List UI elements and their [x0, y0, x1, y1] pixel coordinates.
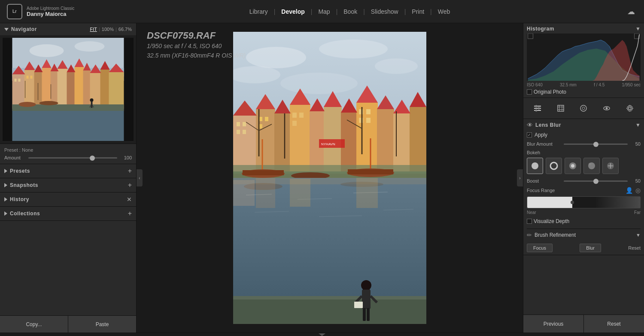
- lens-blur-header[interactable]: 👁 Lens Blur ▼: [527, 122, 641, 128]
- svg-rect-71: [237, 122, 240, 126]
- svg-rect-117: [233, 298, 426, 324]
- svg-rect-74: [243, 130, 246, 134]
- amount-slider[interactable]: [28, 157, 117, 159]
- focus-button[interactable]: Focus: [527, 244, 553, 252]
- svg-point-45: [319, 40, 388, 58]
- bokeh-circle[interactable]: [527, 158, 543, 174]
- svg-point-147: [606, 107, 608, 110]
- lens-blur-chevron[interactable]: ▼: [635, 122, 641, 128]
- app-logo: Lr: [7, 4, 22, 19]
- svg-rect-133: [534, 106, 541, 107]
- original-photo-label: Original Photo: [534, 89, 566, 95]
- nav-develop[interactable]: Develop: [277, 6, 309, 17]
- boost-slider[interactable]: [564, 180, 628, 182]
- svg-rect-82: [366, 109, 371, 114]
- bokeh-soft[interactable]: [565, 158, 581, 174]
- main-image-container: NYHAVN: [137, 23, 523, 333]
- app-branding: Lr Adobe Lightroom Classic Danny Maiorca: [7, 4, 74, 19]
- bokeh-cateye[interactable]: [583, 158, 600, 174]
- presets-header[interactable]: Presets +: [0, 164, 136, 178]
- collections-section: Collections +: [0, 207, 136, 221]
- lens-blur-title: Lens Blur: [535, 122, 561, 128]
- hist-focal: 32.5 mm: [560, 82, 577, 87]
- svg-rect-100: [348, 169, 393, 174]
- hist-aperture: f / 4.5: [594, 82, 605, 87]
- presets-add-icon[interactable]: +: [128, 167, 132, 175]
- nav-map[interactable]: Map: [314, 6, 334, 17]
- apply-row: ✓ Apply: [527, 132, 641, 138]
- svg-rect-72: [243, 122, 246, 126]
- blur-amount-slider[interactable]: [564, 144, 628, 145]
- boost-label: Boost: [527, 178, 561, 183]
- paste-button[interactable]: Paste: [68, 316, 136, 333]
- histogram-chevron[interactable]: ▼: [635, 26, 641, 32]
- app-name: Adobe Lightroom Classic: [27, 6, 74, 11]
- apply-label: Apply: [535, 132, 547, 138]
- nav-web[interactable]: Web: [434, 6, 455, 17]
- collections-header[interactable]: Collections +: [0, 207, 136, 220]
- zoom-fit[interactable]: FIT: [90, 27, 97, 32]
- blur-amount-value: 50: [630, 141, 641, 147]
- histogram-canvas: [527, 34, 641, 81]
- collections-add-icon[interactable]: +: [128, 210, 132, 217]
- bokeh-shapes: [527, 158, 641, 174]
- svg-point-154: [589, 163, 591, 165]
- zoom-66[interactable]: 66.7%: [118, 27, 132, 32]
- left-panel-bottom-buttons: Copy... Paste: [0, 315, 136, 333]
- nav-book[interactable]: Book: [339, 6, 361, 17]
- apply-checkbox[interactable]: ✓: [527, 132, 532, 137]
- copy-button[interactable]: Copy...: [0, 316, 68, 333]
- svg-point-2: [30, 44, 64, 57]
- original-photo-checkbox[interactable]: [527, 89, 532, 95]
- right-panel-toggle[interactable]: ›: [517, 169, 523, 186]
- hist-shutter: 1/950 sec: [622, 82, 641, 87]
- original-photo-row: Original Photo: [527, 89, 641, 95]
- lens-blur-eye-icon[interactable]: 👁: [527, 122, 533, 128]
- settings-tool-button[interactable]: [623, 101, 637, 115]
- left-panel-toggle[interactable]: ‹: [137, 169, 143, 186]
- previous-button[interactable]: Previous: [523, 315, 584, 333]
- crop-tool-button[interactable]: [554, 101, 568, 115]
- snapshots-add-icon[interactable]: +: [128, 181, 132, 189]
- svg-point-138: [535, 110, 537, 112]
- focus-range-dot: [571, 201, 574, 204]
- navigator-header[interactable]: Navigator FIT | 100% | 66.7%: [0, 23, 136, 35]
- amount-slider-thumb: [90, 156, 95, 161]
- redeye-tool-button[interactable]: [600, 101, 614, 115]
- blur-amount-label: Blur Amount: [527, 141, 561, 147]
- right-panel-bottom: Previous Reset: [523, 315, 644, 333]
- svg-rect-116: [356, 178, 378, 208]
- cloud-icon[interactable]: ☁: [625, 7, 637, 16]
- focus-range-bar[interactable]: [527, 196, 641, 208]
- history-clear-icon[interactable]: ✕: [127, 196, 132, 203]
- bottom-strip: [0, 333, 644, 336]
- zoom-100[interactable]: 100%: [102, 27, 114, 32]
- nav-print[interactable]: Print: [407, 6, 428, 17]
- svg-rect-29: [18, 79, 21, 82]
- heal-tool-button[interactable]: [577, 101, 590, 115]
- focus-range-target-icon[interactable]: ◎: [635, 187, 641, 194]
- top-nav-right: ☁: [625, 7, 637, 16]
- svg-rect-124: [354, 302, 363, 308]
- bokeh-custom[interactable]: [602, 158, 619, 174]
- reset-refinement-button[interactable]: Reset: [628, 245, 641, 250]
- adjustments-tool-button[interactable]: [531, 101, 544, 115]
- blur-button[interactable]: Blur: [580, 244, 601, 252]
- lens-blur-section: 👁 Lens Blur ▼ ✓ Apply Blur Amount 50 Bok…: [523, 119, 644, 255]
- reset-button[interactable]: Reset: [584, 315, 644, 333]
- nav-slideshow[interactable]: Slideshow: [367, 6, 403, 17]
- svg-rect-11: [75, 67, 84, 109]
- focus-near-far: Near Far: [527, 210, 641, 215]
- presets-expand-icon: [4, 169, 7, 173]
- svg-rect-139: [558, 105, 564, 111]
- svg-rect-78: [292, 113, 297, 118]
- nav-library[interactable]: Library: [245, 6, 272, 17]
- brush-refinement-chevron[interactable]: ▼: [636, 232, 641, 238]
- visualize-depth-checkbox[interactable]: [527, 219, 532, 224]
- brush-refinement-row[interactable]: ✏ Brush Refinement ▼: [527, 229, 641, 241]
- history-header[interactable]: History ✕: [0, 192, 136, 206]
- bokeh-ring[interactable]: [546, 158, 562, 174]
- snapshots-header[interactable]: Snapshots +: [0, 178, 136, 192]
- svg-rect-15: [109, 72, 124, 109]
- focus-range-person-icon[interactable]: 👤: [626, 187, 633, 194]
